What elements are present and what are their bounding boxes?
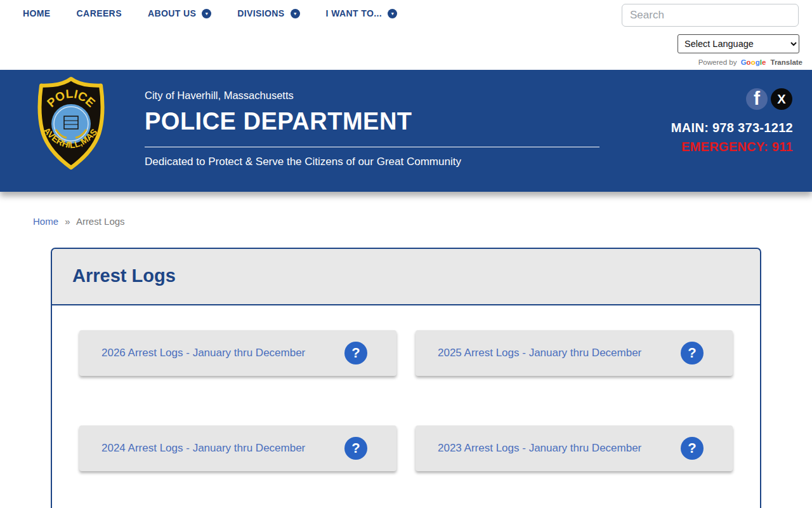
site-header: POLICE HAVERHILL,MASS. City of Haverhill… — [0, 70, 812, 192]
nav-label: CAREERS — [77, 8, 122, 18]
nav-item-careers[interactable]: CAREERS — [77, 8, 122, 18]
site-title: POLICE DEPARTMENT — [145, 108, 599, 135]
question-circle-icon[interactable]: ? — [681, 342, 704, 364]
translate-label: Translate — [771, 58, 803, 66]
city-subtitle: City of Haverhill, Massachusetts — [145, 90, 599, 102]
x-twitter-icon[interactable]: X — [771, 88, 792, 110]
arrest-log-card-2026[interactable]: 2026 Arrest Logs - January thru December… — [79, 330, 396, 376]
chevron-down-icon: ▼ — [202, 9, 211, 18]
google-translate-attribution: Powered by Google Translate — [698, 58, 802, 66]
nav-item-home[interactable]: HOME — [23, 8, 51, 18]
main-phone-number: MAIN: 978 373-1212 — [671, 121, 793, 135]
powered-by-text: Powered by — [698, 58, 737, 66]
header-divider — [145, 147, 599, 147]
arrest-log-card-2025[interactable]: 2025 Arrest Logs - January thru December… — [416, 330, 733, 376]
header-text-block: City of Haverhill, Massachusetts POLICE … — [145, 90, 599, 168]
page-title: Arrest Logs — [72, 265, 176, 286]
question-circle-icon[interactable]: ? — [344, 342, 367, 364]
police-badge-logo: POLICE HAVERHILL,MASS. — [36, 76, 106, 170]
nav-item-about-us[interactable]: ABOUT US ▼ — [148, 8, 211, 18]
chevron-down-icon: ▼ — [388, 9, 397, 18]
breadcrumb-home-link[interactable]: Home — [33, 216, 58, 227]
nav-label: DIVISIONS — [237, 8, 284, 18]
breadcrumb: Home » Arrest Logs — [33, 216, 125, 227]
facebook-icon[interactable]: f — [746, 88, 768, 110]
tagline: Dedicated to Protect & Serve the Citizen… — [145, 156, 599, 168]
arrest-log-link[interactable]: 2026 Arrest Logs - January thru December — [102, 347, 305, 359]
nav-label: ABOUT US — [148, 8, 196, 18]
social-links: f X — [746, 88, 792, 110]
arrest-log-link[interactable]: 2025 Arrest Logs - January thru December — [438, 347, 641, 359]
arrest-log-card-2024[interactable]: 2024 Arrest Logs - January thru December… — [79, 425, 396, 471]
breadcrumb-current: Arrest Logs — [76, 216, 125, 227]
content-panel: 2026 Arrest Logs - January thru December… — [51, 305, 761, 508]
chevron-down-icon: ▼ — [291, 9, 300, 18]
top-bar: HOME CAREERS ABOUT US ▼ DIVISIONS ▼ I WA… — [0, 0, 812, 70]
google-logo: Google — [741, 58, 766, 66]
language-select[interactable]: Select Language — [678, 34, 799, 53]
emergency-number: EMERGENCY: 911 — [681, 140, 793, 154]
arrest-log-link[interactable]: 2023 Arrest Logs - January thru December — [438, 442, 641, 455]
nav-item-i-want-to[interactable]: I WANT TO... ▼ — [326, 8, 398, 18]
page-title-panel: Arrest Logs — [51, 248, 761, 305]
breadcrumb-separator: » — [65, 216, 70, 227]
search-input[interactable] — [622, 4, 799, 27]
main-nav: HOME CAREERS ABOUT US ▼ DIVISIONS ▼ I WA… — [23, 8, 397, 18]
arrest-log-link[interactable]: 2024 Arrest Logs - January thru December — [102, 442, 305, 455]
nav-label: I WANT TO... — [326, 8, 383, 18]
arrest-log-card-2023[interactable]: 2023 Arrest Logs - January thru December… — [416, 425, 733, 471]
nav-item-divisions[interactable]: DIVISIONS ▼ — [237, 8, 299, 18]
page: HOME CAREERS ABOUT US ▼ DIVISIONS ▼ I WA… — [0, 0, 812, 508]
question-circle-icon[interactable]: ? — [681, 437, 704, 460]
question-circle-icon[interactable]: ? — [344, 437, 367, 460]
nav-label: HOME — [23, 8, 51, 18]
